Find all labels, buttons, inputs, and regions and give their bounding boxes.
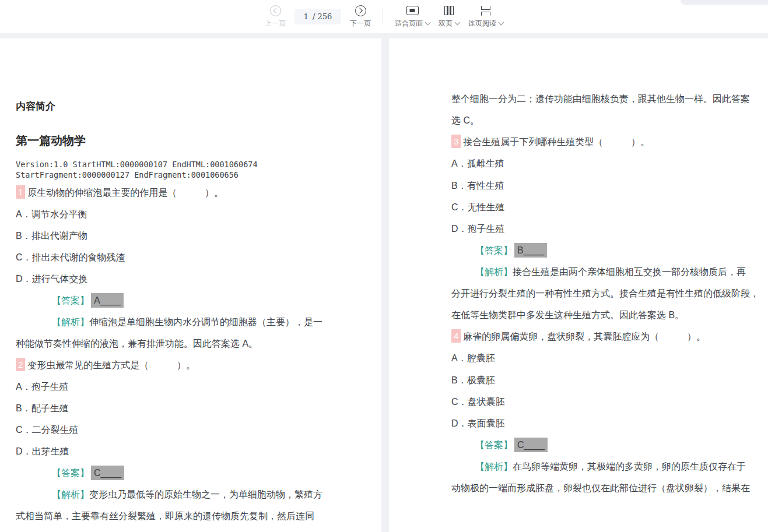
answer-value-highlight: C____ <box>514 438 548 452</box>
chevron-down-icon <box>455 20 461 26</box>
question-number-highlight: 1 <box>16 185 25 199</box>
prev-page-button[interactable]: 上一页 <box>265 5 286 29</box>
next-page-button[interactable]: 下一页 <box>350 5 371 29</box>
analysis-continuation: 种能做节奏性伸缩的液泡，兼有排泄功能。因此答案选 A。 <box>16 336 258 351</box>
option-line: C．盘状囊胚 <box>451 394 505 410</box>
analysis-line: 【解析】伸缩泡是单细胞生物内水分调节的细胞器（主要），是一 <box>52 315 322 330</box>
answer-line: 【答案】B____ <box>475 243 547 258</box>
total-pages-value: / 256 <box>313 12 332 21</box>
answer-tag: 【答案】 <box>52 295 89 305</box>
meta-line: Version:1.0 StartHTML:0000000107 EndHTML… <box>16 159 258 170</box>
analysis-text: 接合生殖是由两个亲体细胞相互交换一部分核物质后，再 <box>513 267 746 277</box>
option-line: D．表面囊胚 <box>451 416 505 431</box>
section-heading: 内容简介 <box>16 99 55 114</box>
answer-value-highlight: C____ <box>91 466 124 480</box>
circle-left-icon <box>270 5 281 16</box>
page-right: 整个细胞一分为二；遗传功能由细胞核负责，跟其他生物一样。因此答案 选 C。 3接… <box>389 38 768 532</box>
option-line: C．排出未代谢的食物残渣 <box>16 250 125 265</box>
question-text: 原生动物的伸缩泡最主要的作用是（ ）。 <box>27 188 223 198</box>
chevron-down-icon <box>425 20 431 26</box>
option-line: A．孤雌生殖 <box>451 156 504 171</box>
analysis-continuation: 整个细胞一分为二；遗传功能由细胞核负责，跟其他生物一样。因此答案 <box>451 91 750 107</box>
answer-tag: 【答案】 <box>52 468 89 478</box>
option-line: A．孢子生殖 <box>16 379 69 394</box>
analysis-tag: 【解析】 <box>475 461 513 471</box>
analysis-tag: 【解析】 <box>52 489 89 499</box>
analysis-text: 在鸟卵等端黄卵，其极端的多黄卵，卵的原生质仅存在于 <box>513 461 746 471</box>
analysis-line: 【解析】接合生殖是由两个亲体细胞相互交换一部分核物质后，再 <box>475 265 746 280</box>
two-page-button[interactable]: 双页 <box>439 5 460 29</box>
document-area[interactable]: 内容简介 第一篇动物学 Version:1.0 StartHTML:000000… <box>0 33 768 532</box>
answer-value-highlight: B____ <box>514 243 547 258</box>
option-line: A．腔囊胚 <box>451 351 495 366</box>
option-line: C．二分裂生殖 <box>16 422 79 438</box>
fit-page-button[interactable]: 适合页面 <box>395 5 430 29</box>
current-page-value: 1 <box>304 12 308 21</box>
corner-accent <box>681 0 768 5</box>
question-line: 4麻雀的卵属偏黄卵，盘状卵裂，其囊胚腔应为（ ）。 <box>451 329 706 344</box>
option-line: D．孢子生殖 <box>451 221 505 237</box>
question-line: 1原生动物的伸缩泡最主要的作用是（ ）。 <box>16 185 223 200</box>
answer-value-highlight: A____ <box>91 293 124 308</box>
question-line: 2变形虫最常见的生殖方式是（ ）。 <box>16 358 195 373</box>
question-text: 接合生殖属于下列哪种生殖类型（ ）。 <box>463 137 650 147</box>
analysis-text: 伸缩泡是单细胞生物内水分调节的细胞器（主要），是一 <box>89 317 322 327</box>
question-number-highlight: 4 <box>451 329 461 343</box>
answer-line: 【答案】C____ <box>475 438 548 453</box>
analysis-continuation: 选 C。 <box>451 113 479 128</box>
fit-page-label: 适合页面 <box>395 19 423 29</box>
meta-line: StartFragment:0000000127 EndFragment:000… <box>16 170 239 180</box>
next-page-label: 下一页 <box>350 19 371 29</box>
option-line: C．无性生殖 <box>451 200 505 215</box>
two-page-label: 双页 <box>439 19 453 29</box>
question-text: 变形虫最常见的生殖方式是（ ）。 <box>27 360 195 370</box>
reader-toolbar: 上一页 1 / 256 下一页 适合页面 双页 连页阅读 <box>0 0 768 33</box>
question-number-highlight: 3 <box>451 135 461 148</box>
option-line: B．有性生殖 <box>451 178 504 193</box>
page-number-input[interactable]: 1 / 256 <box>294 9 341 24</box>
two-page-icon <box>444 5 454 16</box>
analysis-text: 变形虫乃最低等的原始生物之一，为单细胞动物，繁殖方 <box>89 489 322 499</box>
analysis-continuation: 式相当简单，主要靠有丝分裂繁殖，即原来的遗传物质先复制，然后连同 <box>16 509 314 524</box>
continuous-read-label: 连页阅读 <box>468 19 496 29</box>
option-line: B．配子生殖 <box>16 401 69 416</box>
answer-line: 【答案】C____ <box>52 466 124 481</box>
option-line: B．排出代谢产物 <box>16 228 87 244</box>
answer-tag: 【答案】 <box>475 245 513 255</box>
analysis-continuation: 分开进行分裂生殖的一种有性生殖方式。接合生殖是有性生殖的低级阶段， <box>451 286 759 301</box>
page-left: 内容简介 第一篇动物学 Version:1.0 StartHTML:000000… <box>0 38 381 532</box>
question-text: 麻雀的卵属偏黄卵，盘状卵裂，其囊胚腔应为（ ）。 <box>463 332 706 341</box>
analysis-tag: 【解析】 <box>475 267 513 277</box>
answer-tag: 【答案】 <box>475 440 513 450</box>
prev-page-label: 上一页 <box>265 19 286 29</box>
analysis-tag: 【解析】 <box>52 317 89 327</box>
analysis-line: 【解析】变形虫乃最低等的原始生物之一，为单细胞动物，繁殖方 <box>52 487 322 502</box>
option-line: B．极囊胚 <box>451 373 495 388</box>
toolbar-divider <box>383 9 383 24</box>
continuous-read-icon <box>481 5 490 16</box>
continuous-read-button[interactable]: 连页阅读 <box>468 5 503 29</box>
option-line: A．调节水分平衡 <box>16 207 87 222</box>
question-line: 3接合生殖属于下列哪种生殖类型（ ）。 <box>451 135 650 150</box>
option-line: D．出芽生殖 <box>16 444 69 459</box>
circle-right-icon <box>355 5 366 16</box>
fit-page-icon <box>406 5 419 16</box>
question-number-highlight: 2 <box>16 358 25 371</box>
analysis-continuation: 动物极的一端而形成胚盘，卵裂也仅在此部位进行（盘状卵裂），结果在 <box>451 481 750 496</box>
answer-line: 【答案】A____ <box>52 293 124 308</box>
analysis-continuation: 在低等生物类群中多发生这种生殖方式。因此答案选 B。 <box>451 308 684 323</box>
analysis-line: 【解析】在鸟卵等端黄卵，其极端的多黄卵，卵的原生质仅存在于 <box>475 459 746 474</box>
chevron-down-icon <box>499 20 504 26</box>
option-line: D．进行气体交换 <box>16 272 88 287</box>
chapter-heading: 第一篇动物学 <box>16 133 86 148</box>
